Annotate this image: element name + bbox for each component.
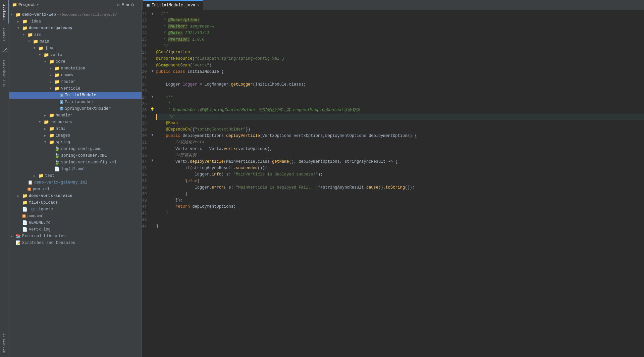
tree-item-handler[interactable]: ▶ 📁 handler [9, 112, 142, 119]
arrow-icon: ▼ [34, 47, 38, 50]
tree-item-router[interactable]: ▶ 📁 router [9, 79, 142, 85]
arrow-icon: ▶ [17, 194, 22, 198]
editor-tab-initial-module[interactable]: C InitialModule.java ✕ [143, 0, 203, 10]
gutter-11[interactable]: ▼ [149, 11, 156, 17]
folder-icon: 📁 [54, 72, 60, 78]
tree-item-resources[interactable]: ▼ 📁 resources [9, 119, 142, 125]
ln-43: 43 [142, 217, 149, 223]
tree-item-initial-module[interactable]: C InitialModule [9, 92, 142, 99]
gutter-13 [149, 23, 156, 30]
gutter-14 [149, 30, 156, 36]
gutter-29 [149, 125, 156, 132]
tree-item-spring-vertx-config-xml[interactable]: 🍃 spring-vertx-config.xml [9, 159, 142, 166]
tree-item-readme[interactable]: 📄 README.md [9, 219, 142, 226]
tree-item-demo-vertx-gateway[interactable]: ▼ 📁 demo-vertx-gateway [9, 25, 142, 32]
dropdown-icon[interactable]: ▼ [37, 3, 39, 7]
tree-item-test[interactable]: ▶ 📁 test [9, 172, 142, 179]
tree-label: file-uploads [29, 200, 58, 205]
tree-item-file-uploads[interactable]: 📁 file-uploads [9, 199, 142, 206]
tree-item-idea[interactable]: ▶ 📁 .idea [9, 18, 142, 25]
tree-item-annotation[interactable]: ▶ 📁 annotation [9, 65, 142, 72]
code-line-42: } [156, 210, 644, 216]
tree-item-main[interactable]: ▼ 📁 main [9, 38, 142, 45]
code-lines[interactable]: /** * @Description: * @Author: sanyecao-… [156, 10, 644, 357]
tree-label: spring-config.xml [61, 147, 102, 151]
tree-item-main-launcher[interactable]: C MainLauncher [9, 99, 142, 105]
code-line-40: }); [156, 197, 644, 204]
tree-item-demo-vertx-service[interactable]: ▶ 📁 demo-vertx-service [9, 193, 142, 199]
folder-icon: 📁 [22, 26, 28, 31]
ln-44: 44 [142, 223, 149, 230]
tree-label: demo-vertx-web [22, 12, 56, 17]
tree-item-vertx-log[interactable]: 📄 vertx.log [9, 226, 142, 233]
tree-item-html[interactable]: ▶ 📁 html [9, 125, 142, 132]
tree-item-src[interactable]: ▼ 📁 src [9, 32, 142, 38]
panel-title-text: Project [18, 3, 35, 7]
tree-label: java [45, 46, 55, 51]
tree-item-enums[interactable]: ▶ 📁 enums [9, 72, 142, 79]
git-icon: ⎇ [2, 45, 8, 56]
code-line-19: @ComponentScan("vertx") [156, 62, 644, 69]
tree-label: vertx.log [29, 227, 51, 232]
scratch-icon: 📝 [15, 240, 21, 246]
tree-item-verticle[interactable]: ▼ 📁 verticle [9, 85, 142, 92]
arrow-icon: ▼ [11, 13, 15, 16]
arrow-icon: ▶ [34, 174, 38, 178]
editor-area: C InitialModule.java ✕ 11 12 13 14 15 16… [142, 0, 644, 357]
tab-commit[interactable]: Commit [0, 23, 9, 45]
tree-item-pom-gateway[interactable]: m pom.xml [9, 186, 142, 193]
tree-label: Scratches and Consoles [22, 241, 75, 245]
gutter-34[interactable]: ▼ [149, 157, 156, 164]
tree-item-pom-root[interactable]: m pom.xml [9, 213, 142, 219]
gutter-24[interactable]: ▼ [149, 94, 156, 100]
arrow-icon: ▼ [39, 53, 44, 57]
tree-item-spring-context-holder[interactable]: C SpringContextHolder [9, 105, 142, 112]
ln-28: 28 [142, 120, 149, 126]
gutter-17 [149, 49, 156, 55]
tree-item-iml[interactable]: 📋 demo-vertx-gateway.iml [9, 179, 142, 186]
gutter-22 [149, 81, 156, 87]
tree-label: enums [61, 73, 73, 78]
code-line-37: }else{ [156, 178, 644, 185]
tree-item-log4j2-xml[interactable]: 📄 log4j2.xml [9, 166, 142, 172]
expand-icon[interactable]: ⇄ [126, 2, 129, 8]
gutter-20[interactable]: ▼ [149, 68, 156, 74]
locate-icon[interactable]: ⊕ [117, 2, 119, 8]
code-line-29: @DependsOn({"springContextHolder"}) [156, 126, 644, 133]
gutter-19 [149, 62, 156, 68]
sort-icon[interactable]: ≡ [121, 2, 124, 8]
code-line-44: } [156, 223, 644, 230]
tab-pull-requests[interactable]: Pull Requests [0, 56, 9, 93]
tree-item-core[interactable]: ▼ 📁 core [9, 58, 142, 65]
gutter-35 [149, 164, 156, 170]
file-icon: 📄 [22, 227, 28, 232]
tree-item-scratches[interactable]: 📝 Scratches and Consoles [9, 240, 142, 246]
tree-item-spring-consumer-xml[interactable]: 🍃 spring-consumer.xml [9, 152, 142, 159]
tree-item-spring-folder[interactable]: ▼ 📁 spring [9, 139, 142, 146]
code-line-27: */ [156, 114, 644, 120]
settings-icon[interactable]: ⚙ [131, 2, 134, 8]
tree-item-gitignore[interactable]: 📄 .gitignore [9, 206, 142, 213]
minimize-icon[interactable]: — [136, 2, 139, 8]
tree-label: test [45, 173, 55, 178]
arrow-icon: ▼ [44, 60, 49, 63]
arrow-icon: ▶ [50, 67, 54, 70]
gutter-15 [149, 36, 156, 43]
tab-project[interactable]: Project [0, 0, 9, 23]
tree-item-spring-config-xml[interactable]: 🍃 spring-config.xml [9, 146, 142, 152]
project-panel: 📁 Project ▼ ⊕ ≡ ⇄ ⚙ — ▼ 📁 demo-vertx-web… [9, 0, 142, 357]
gutter-30[interactable]: ▼ [149, 132, 156, 138]
code-line-31: //初始化Vertx [156, 139, 644, 146]
xml-icon: 🍃 [54, 160, 60, 165]
tree-item-java[interactable]: ▼ 📁 java [9, 45, 142, 52]
tab-close-button[interactable]: ✕ [197, 3, 200, 7]
tree-label: annotation [61, 66, 85, 71]
tree-item-images[interactable]: ▶ 📁 images [9, 132, 142, 139]
tab-structure[interactable]: Structure [0, 329, 9, 357]
tree-item-demo-vertx-web[interactable]: ▼ 📁 demo-vertx-web ~/Documents/seckillpr… [9, 11, 142, 18]
tree-label: router [61, 80, 75, 84]
tree-item-vertx[interactable]: ▼ 📁 vertx [9, 52, 142, 58]
ln-24: 24 [142, 94, 149, 101]
tree-item-external-libraries[interactable]: ▶ 📚 External Libraries [9, 233, 142, 240]
folder-icon: 📁 [49, 126, 54, 132]
